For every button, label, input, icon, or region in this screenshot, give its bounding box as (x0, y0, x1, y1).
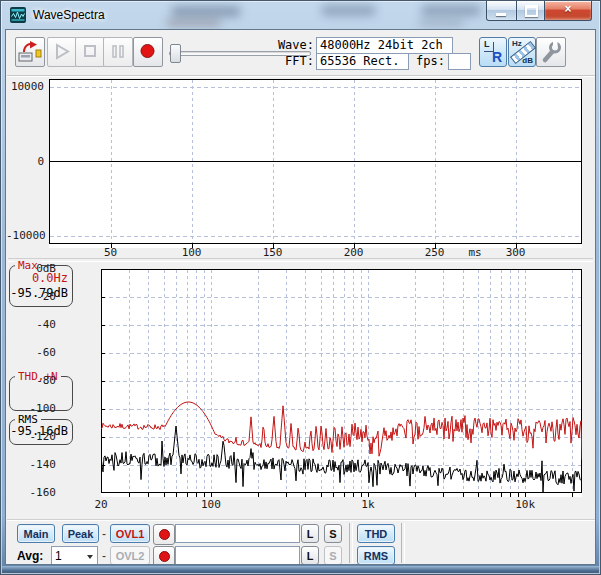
fft-settings-field: 65536 Rect. (316, 53, 409, 70)
avg-label: Avg: (17, 549, 43, 563)
axis-tick-label: -160 (6, 486, 56, 499)
glass-blur-artifact (419, 19, 464, 27)
axis-tick-label: 100 (193, 498, 229, 511)
window-bottom-border (2, 566, 599, 573)
wavespectra-window: WaveSpectra × (0, 0, 601, 575)
avg-value: 1 (55, 549, 62, 563)
glass-blur-artifact (166, 19, 221, 27)
position-slider-thumb[interactable] (170, 44, 181, 63)
play-button[interactable] (47, 37, 77, 67)
load2-button[interactable]: L (301, 546, 319, 565)
settings-button[interactable] (536, 37, 566, 67)
load1-button[interactable]: L (301, 524, 319, 543)
axis-tick-label: 0 (6, 155, 44, 168)
divider (401, 523, 405, 563)
dash-separator: - (102, 527, 106, 541)
axis-tick-label: -60 (6, 346, 56, 359)
record-button[interactable] (133, 37, 163, 67)
glass-blur-artifact (171, 6, 241, 17)
main-button[interactable]: Main (17, 524, 55, 543)
wrench-icon (537, 38, 565, 66)
lr-channel-r-label: R (492, 49, 502, 65)
screen: WaveSpectra × (0, 0, 601, 575)
lr-channel-l-label: L (484, 39, 490, 49)
dash-separator: - (102, 549, 106, 563)
save1-button[interactable]: S (324, 524, 342, 543)
glass-blur-artifact (321, 5, 376, 16)
db-label: dB (522, 56, 533, 65)
hz-label: Hz (512, 39, 522, 48)
axis-tick-label: 0dB (6, 262, 56, 275)
window-controls: × (486, 1, 592, 21)
toolbar: Wave: 48000Hz 24bit 2ch FFT: 65536 Rect.… (7, 31, 596, 76)
play-icon (48, 38, 76, 66)
minimize-icon (496, 13, 506, 16)
maximize-button[interactable] (517, 1, 545, 21)
axis-tick-label: 20 (83, 498, 119, 511)
ovl1-record-button[interactable] (153, 524, 175, 545)
axis-tick-label: 10k (507, 498, 543, 511)
close-button[interactable]: × (545, 1, 592, 21)
app-icon (10, 7, 26, 23)
hz-db-scale-button[interactable]: Hz dB (508, 37, 536, 67)
divider (349, 523, 353, 563)
chevron-down-icon (87, 555, 93, 559)
control-bar: Main Peak - OVL1 L S THD Avg: 1 - OVL2 L… (7, 519, 596, 565)
wave-label: Wave: (257, 38, 314, 52)
close-icon: × (545, 2, 591, 16)
axis-tick-label: -100 (6, 402, 56, 415)
glass-blur-artifact (421, 5, 481, 16)
open-button[interactable] (15, 37, 45, 67)
axis-tick-label: -120 (6, 430, 56, 443)
axis-tick-label: 10000 (6, 80, 44, 93)
record-icon (134, 38, 162, 66)
axis-tick-label: -10000 (6, 229, 44, 242)
ovl1-button[interactable]: OVL1 (110, 524, 150, 543)
lr-channel-button[interactable]: L R (479, 37, 507, 67)
stop-icon (76, 38, 104, 66)
waveform-chart (49, 79, 582, 248)
stop-button[interactable] (75, 37, 105, 67)
pause-button[interactable] (103, 37, 133, 67)
spectrum-chart (101, 269, 582, 497)
rms-button[interactable]: RMS (357, 546, 395, 565)
pause-icon (104, 38, 132, 66)
axis-tick-label: -140 (6, 458, 56, 471)
minimize-button[interactable] (486, 1, 517, 21)
axis-tick-label: -20 (6, 290, 56, 303)
wave-format-field: 48000Hz 24bit 2ch (316, 37, 453, 54)
ovl2-button[interactable]: OVL2 (110, 546, 150, 565)
axis-tick-label: -80 (6, 374, 56, 387)
fft-label: FFT: (257, 54, 314, 68)
ovl2-file-input[interactable] (175, 546, 300, 565)
ovl1-file-input[interactable] (175, 524, 300, 543)
ovl2-record-button[interactable] (153, 546, 175, 565)
avg-select[interactable]: 1 (51, 546, 98, 565)
fps-field (448, 53, 471, 70)
axis-tick-label: -40 (6, 318, 56, 331)
window-title: WaveSpectra (33, 8, 105, 22)
open-icon (16, 38, 44, 66)
titlebar[interactable]: WaveSpectra × (1, 1, 600, 29)
section-divider (8, 258, 593, 262)
peak-button[interactable]: Peak (62, 524, 99, 543)
fps-label: fps: (407, 54, 445, 68)
maximize-icon (525, 5, 538, 17)
thd-button[interactable]: THD (357, 524, 395, 543)
client-area: Wave: 48000Hz 24bit 2ch FFT: 65536 Rect.… (5, 29, 596, 565)
save2-button[interactable]: S (324, 546, 342, 565)
axis-tick-label: 1k (350, 498, 386, 511)
